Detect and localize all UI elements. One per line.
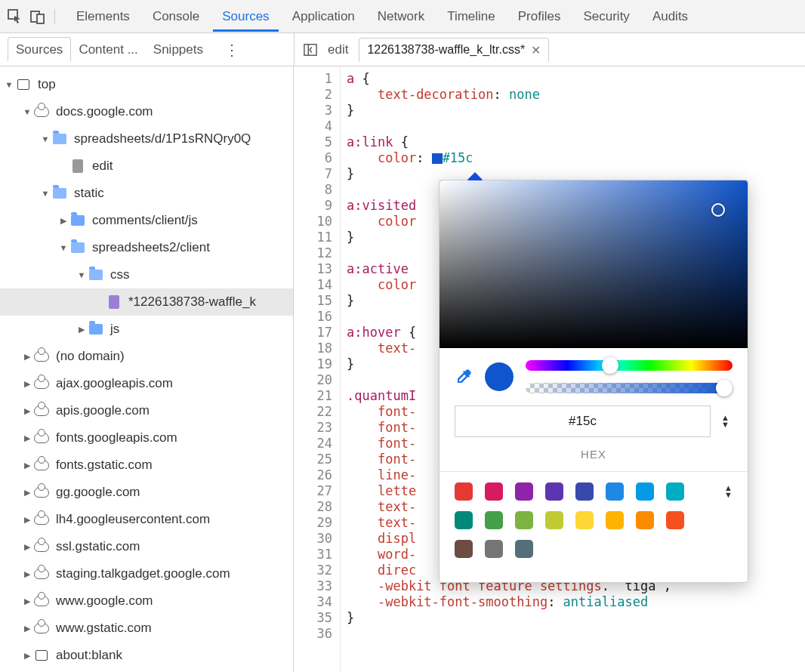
palette-swatch[interactable] — [515, 540, 533, 558]
chevron-down-icon[interactable]: ▼ — [39, 189, 51, 198]
tree-item[interactable]: edit — [0, 153, 293, 180]
palette-swatch[interactable] — [455, 511, 473, 529]
color-swatch-icon[interactable] — [432, 153, 443, 164]
sources-subtab-0[interactable]: Sources — [8, 37, 71, 61]
chevron-right-icon[interactable]: ▶ — [21, 461, 33, 470]
palette-swatch[interactable] — [636, 482, 654, 501]
chevron-right-icon[interactable]: ▶ — [21, 651, 33, 661]
tree-item[interactable]: ▶gg.google.com — [0, 479, 293, 506]
folder-open-icon — [51, 185, 68, 202]
main-tab-timeline[interactable]: Timeline — [438, 2, 504, 32]
palette-swatch[interactable] — [485, 482, 503, 501]
device-toggle-icon[interactable] — [30, 9, 45, 24]
tree-item[interactable]: ▼static — [0, 180, 293, 207]
cloud-icon — [33, 103, 50, 120]
alpha-slider[interactable] — [526, 383, 733, 393]
main-tab-network[interactable]: Network — [369, 2, 433, 32]
hue-slider[interactable] — [526, 360, 733, 371]
tree-item[interactable]: ▼docs.google.com — [0, 98, 293, 125]
eyedropper-icon[interactable] — [455, 368, 473, 386]
palette-swatch[interactable] — [485, 540, 503, 558]
tree-item-label: js — [110, 322, 119, 337]
palette-swatch[interactable] — [575, 482, 594, 501]
chevron-right-icon[interactable]: ▶ — [21, 542, 33, 552]
palette-swatch[interactable] — [455, 540, 473, 558]
tree-item[interactable]: ▶js — [0, 316, 293, 343]
tree-item-label: top — [38, 77, 56, 92]
tree-item[interactable]: ▶ssl.gstatic.com — [0, 533, 293, 560]
chevron-right-icon[interactable]: ▶ — [21, 406, 33, 416]
format-toggle[interactable]: ▲▼ — [718, 415, 733, 428]
palette-toggle[interactable]: ▲▼ — [724, 485, 733, 498]
chevron-down-icon[interactable]: ▼ — [57, 243, 69, 252]
palette-swatch[interactable] — [606, 511, 624, 529]
tree-item[interactable]: ▼top — [0, 71, 293, 98]
chevron-right-icon[interactable]: ▶ — [21, 488, 33, 498]
tree-item[interactable]: ▶staging.talkgadget.google.com — [0, 560, 293, 587]
inspect-element-icon[interactable] — [8, 9, 23, 24]
chevron-right-icon[interactable]: ▶ — [57, 216, 69, 226]
chevron-down-icon[interactable]: ▼ — [21, 107, 33, 116]
tree-item[interactable]: ▶ajax.googleapis.com — [0, 370, 293, 397]
chevron-right-icon[interactable]: ▶ — [21, 379, 33, 389]
main-tab-sources[interactable]: Sources — [213, 2, 278, 32]
saturation-value-area[interactable] — [440, 180, 748, 348]
tree-item[interactable]: ▶www.gstatic.com — [0, 615, 293, 642]
chevron-right-icon[interactable]: ▶ — [21, 596, 33, 606]
palette-swatch[interactable] — [606, 482, 624, 501]
chevron-down-icon[interactable]: ▼ — [3, 80, 15, 89]
tree-item[interactable]: ▼spreadsheets/d/1P1sRNQry0Q — [0, 125, 293, 153]
chevron-right-icon[interactable]: ▶ — [21, 515, 33, 525]
sources-subtab-2[interactable]: Snippets — [146, 38, 211, 61]
palette-swatch[interactable] — [545, 511, 563, 529]
chevron-down-icon[interactable]: ▼ — [39, 134, 51, 143]
tree-item[interactable]: ▶fonts.gstatic.com — [0, 452, 293, 479]
chevron-right-icon[interactable]: ▶ — [21, 624, 33, 633]
more-icon[interactable]: ⋮ — [220, 41, 244, 59]
palette-swatch[interactable] — [485, 511, 503, 529]
hex-input[interactable] — [455, 405, 711, 437]
close-icon[interactable]: ✕ — [531, 43, 541, 57]
tree-item-label: docs.google.com — [56, 104, 153, 119]
open-file-tab[interactable]: 1226138738-waffle_k_ltr.css* ✕ — [359, 38, 549, 62]
sources-subtab-1[interactable]: Content ... — [71, 38, 145, 61]
hex-label: HEX — [440, 448, 748, 471]
palette-swatch[interactable] — [575, 511, 594, 529]
chevron-right-icon[interactable]: ▶ — [76, 325, 88, 334]
tree-item[interactable]: ▶fonts.googleapis.com — [0, 424, 293, 452]
chevron-right-icon[interactable]: ▶ — [21, 433, 33, 443]
chevron-right-icon[interactable]: ▶ — [21, 352, 33, 362]
alpha-thumb[interactable] — [716, 380, 733, 396]
main-split: ▼top▼docs.google.com▼spreadsheets/d/1P1s… — [0, 66, 805, 672]
tree-item[interactable]: ▶www.google.com — [0, 587, 293, 615]
tree-item[interactable]: ▶comments/client/js — [0, 207, 293, 234]
palette-swatch[interactable] — [515, 511, 533, 529]
palette-swatch[interactable] — [455, 482, 473, 501]
main-tab-elements[interactable]: Elements — [67, 2, 139, 32]
file-icon — [106, 294, 122, 310]
tree-item[interactable]: ▶about:blank — [0, 642, 293, 669]
tree-item[interactable]: ▼spreadsheets2/client — [0, 234, 293, 261]
palette-swatch[interactable] — [545, 482, 563, 501]
tree-item[interactable]: ▶(no domain) — [0, 343, 293, 370]
main-tab-profiles[interactable]: Profiles — [509, 2, 570, 32]
palette-swatch[interactable] — [666, 482, 684, 501]
main-tab-audits[interactable]: Audits — [643, 2, 697, 32]
tree-item[interactable]: ▼css — [0, 261, 293, 288]
sv-cursor[interactable] — [711, 203, 725, 217]
chevron-down-icon[interactable]: ▼ — [76, 270, 88, 279]
tree-item[interactable]: ▶apis.google.com — [0, 397, 293, 424]
palette-swatch[interactable] — [515, 482, 533, 501]
palette-swatch[interactable] — [666, 511, 684, 529]
tree-item[interactable]: ▶lh4.googleusercontent.com — [0, 506, 293, 533]
tree-item[interactable]: *1226138738-waffle_k — [0, 288, 293, 316]
tree-item-label: (no domain) — [56, 349, 125, 364]
main-tab-security[interactable]: Security — [574, 2, 638, 32]
main-tab-application[interactable]: Application — [283, 2, 364, 32]
main-tab-console[interactable]: Console — [143, 2, 208, 32]
chevron-right-icon[interactable]: ▶ — [21, 569, 33, 579]
palette-swatch[interactable] — [636, 511, 654, 529]
cloud-icon — [33, 538, 50, 555]
navigator-toggle-icon[interactable] — [304, 43, 317, 57]
hue-thumb[interactable] — [602, 357, 618, 374]
